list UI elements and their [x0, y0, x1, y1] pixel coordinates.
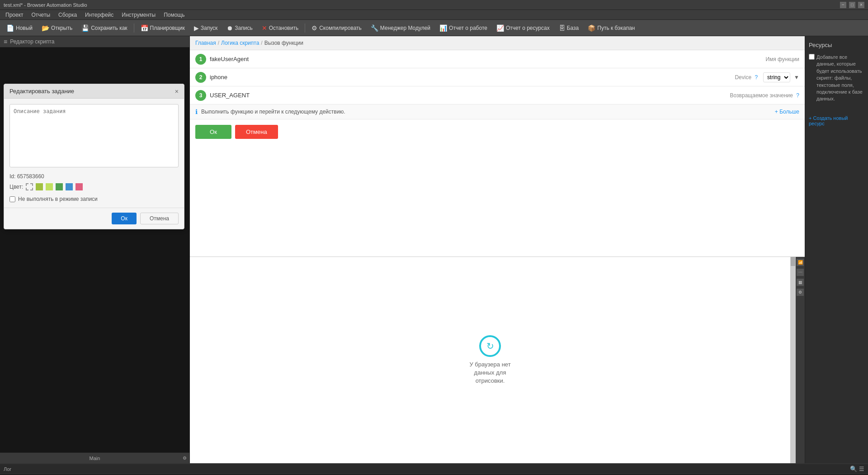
toolbar-backup-label: Путь к бэкапан: [597, 25, 635, 31]
device-label: Device ?: [735, 74, 760, 81]
color-swatch-1[interactable]: [36, 183, 43, 190]
log-header: Лог 🔍 ☰: [0, 464, 868, 474]
menu-reports[interactable]: Отчеты: [28, 11, 54, 19]
color-swatch-4[interactable]: [66, 183, 73, 190]
toolbar-database[interactable]: 🗄 База: [555, 22, 583, 34]
maximize-button[interactable]: □: [849, 2, 855, 8]
separator-2: [305, 24, 305, 33]
save-icon: 💾: [81, 24, 89, 32]
toolbar-work-report[interactable]: 📊 Отчет о работе: [436, 22, 491, 34]
function-name-input[interactable]: [210, 56, 762, 62]
log-menu-button[interactable]: ☰: [859, 466, 864, 472]
function-ok-button[interactable]: Ок: [195, 125, 231, 139]
new-icon: 📄: [6, 24, 14, 32]
device-row: 2 Device ? string int bool ▼: [190, 68, 805, 86]
scheduler-icon: 📅: [141, 24, 148, 32]
toolbar-resource-report[interactable]: 📈 Отчет о ресурсах: [493, 22, 553, 34]
scroll-thumb[interactable]: [791, 257, 795, 266]
hamburger-icon[interactable]: ≡: [4, 38, 7, 45]
browser-tool-3[interactable]: ⚙: [797, 289, 804, 296]
toolbar-module-manager[interactable]: 🔧 Менеджер Модулей: [367, 22, 434, 34]
device-input[interactable]: [210, 74, 731, 81]
no-record-checkbox[interactable]: [9, 196, 15, 202]
toolbar-database-label: База: [567, 25, 579, 31]
backup-icon: 📦: [588, 24, 595, 32]
browser-tool-2[interactable]: ▦: [797, 279, 804, 286]
resources-checkbox-row: Добавьте все данные, которые будет испол…: [809, 54, 864, 108]
breadcrumb-home[interactable]: Главная: [195, 40, 216, 46]
run-icon: ▶: [194, 24, 199, 32]
edit-task-modal: Редактировать задание × Id: 657583660 Цв…: [4, 84, 184, 229]
return-value-row: 3 Возвращаемое значение ?: [190, 86, 805, 104]
toolbar-save-as[interactable]: 💾 Сохранить как: [78, 22, 131, 34]
breadcrumb-sep-1: /: [218, 40, 219, 46]
no-record-label: Не выполнять в режиме записи: [18, 196, 98, 202]
toolbar-run[interactable]: ▶ Запуск: [190, 22, 222, 34]
step-badge-2: 2: [195, 72, 206, 83]
breadcrumb-script[interactable]: Логика скрипта: [221, 40, 259, 46]
app-title: test.xml* - Browser Automation Studio: [4, 2, 87, 8]
modal-ok-button[interactable]: Ок: [112, 213, 137, 224]
separator-1: [134, 24, 134, 33]
function-cancel-button[interactable]: Отмена: [235, 125, 278, 139]
resources-panel: Ресурсы Добавьте все данные, которые буд…: [805, 36, 868, 463]
color-row: Цвет:: [9, 183, 179, 190]
menu-interface[interactable]: Интерфейс: [81, 11, 117, 19]
gear-small-icon[interactable]: ⚙: [183, 456, 187, 461]
toolbar-new[interactable]: 📄 Новый: [3, 22, 36, 34]
minimize-button[interactable]: −: [840, 2, 846, 8]
color-swatch-2[interactable]: [46, 183, 53, 190]
modal-overlay: Редактировать задание × Id: 657583660 Цв…: [0, 48, 189, 452]
menu-build[interactable]: Сборка: [55, 11, 80, 19]
color-swatch-3[interactable]: [56, 183, 63, 190]
browser-content: ↻ У браузера нет данных для отрисовки.: [190, 257, 790, 463]
modal-close-button[interactable]: ×: [175, 88, 179, 95]
stop-icon: ✕: [262, 24, 267, 32]
log-search-button[interactable]: 🔍: [850, 466, 857, 472]
create-resource-button[interactable]: + Создать новый ресурс: [809, 115, 864, 126]
menu-help[interactable]: Помощь: [160, 11, 188, 19]
device-help-icon: ?: [755, 74, 758, 81]
color-swatch-0[interactable]: [26, 183, 33, 190]
toolbar-backup[interactable]: 📦 Путь к бэкапан: [584, 22, 638, 34]
browser-wifi-icon[interactable]: 📶: [797, 259, 804, 266]
log-title: Лог: [4, 466, 11, 472]
color-swatch-5[interactable]: [75, 183, 83, 190]
resources-checkbox[interactable]: [809, 54, 815, 60]
open-icon: 📂: [42, 24, 49, 32]
browser-area: ↻ У браузера нет данных для отрисовки. 📶…: [190, 256, 805, 463]
browser-sidebar: 📶 ⋯ ▦ ⚙: [796, 257, 805, 463]
database-icon: 🗄: [559, 24, 565, 32]
return-value-input[interactable]: [210, 92, 726, 99]
toolbar-run-label: Запуск: [201, 25, 218, 31]
toolbar-record[interactable]: ⏺ Запись: [223, 22, 256, 34]
breadcrumb-current: Вызов функции: [264, 40, 303, 46]
info-icon: ℹ: [195, 108, 198, 115]
resource-report-icon: 📈: [496, 24, 504, 32]
modal-cancel-button[interactable]: Отмена: [140, 213, 179, 224]
menu-project[interactable]: Проект: [2, 11, 27, 19]
function-name-row: 1 Имя функции: [190, 50, 805, 68]
type-select[interactable]: string int bool: [763, 72, 790, 82]
menu-bar: Проект Отчеты Сборка Интерфейс Инструмен…: [0, 10, 868, 20]
modal-checkbox-row: Не выполнять в режиме записи: [9, 196, 179, 202]
info-text: Выполнить функцию и перейти к следующему…: [201, 109, 345, 115]
toolbar-compile-label: Скомпилировать: [319, 25, 362, 31]
toolbar-open[interactable]: 📂 Открыть: [38, 22, 76, 34]
script-area: Редактировать задание × Id: 657583660 Цв…: [0, 48, 189, 452]
menu-tools[interactable]: Инструменты: [118, 11, 159, 19]
close-button[interactable]: ×: [858, 2, 864, 8]
breadcrumb-sep-2: /: [261, 40, 262, 46]
script-bottom-bar: Main ⚙: [0, 452, 189, 463]
modal-header: Редактировать задание ×: [4, 84, 184, 99]
browser-tool-1[interactable]: ⋯: [797, 269, 804, 276]
more-link[interactable]: + Больше: [775, 109, 799, 115]
toolbar-stop[interactable]: ✕ Остановить: [258, 22, 302, 34]
task-description-input[interactable]: [9, 104, 179, 167]
browser-scrollbar[interactable]: [790, 257, 796, 463]
log-tools: 🔍 ☰: [850, 466, 864, 472]
function-editor: 1 Имя функции 2 Device ? string int bool…: [190, 50, 805, 256]
color-label: Цвет:: [9, 184, 23, 190]
toolbar-scheduler[interactable]: 📅 Планировщик: [137, 22, 189, 34]
toolbar-compile[interactable]: ⚙ Скомпилировать: [308, 22, 365, 34]
